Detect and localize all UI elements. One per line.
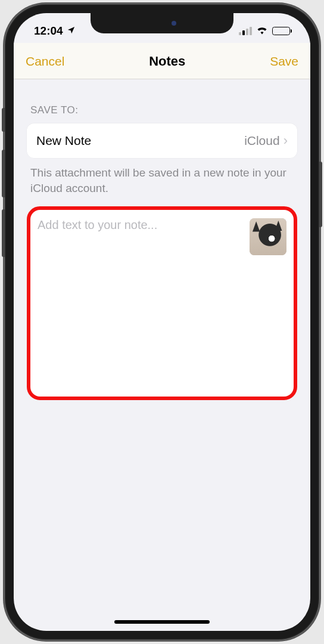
attachment-thumbnail[interactable]	[250, 218, 286, 255]
save-button[interactable]: Save	[270, 54, 298, 69]
location-services-icon	[67, 24, 76, 38]
cat-photo-icon	[250, 218, 286, 255]
content-area: SAVE TO: New Note iCloud › This attachme…	[14, 79, 310, 414]
wifi-icon	[256, 24, 268, 38]
status-time: 12:04	[34, 24, 63, 38]
destination-account: iCloud	[244, 134, 280, 148]
destination-title: New Note	[36, 134, 91, 148]
front-camera-icon	[172, 21, 176, 26]
volume-up-button	[2, 150, 5, 197]
cellular-signal-icon	[239, 27, 252, 35]
notch	[91, 13, 233, 33]
save-to-label: SAVE TO:	[30, 104, 294, 116]
screen: 12:04 Cancel Notes Save SAVE TO:	[14, 13, 310, 631]
mute-switch	[2, 108, 5, 132]
home-indicator[interactable]	[114, 620, 210, 624]
volume-down-button	[2, 209, 5, 257]
chevron-right-icon: ›	[284, 133, 288, 148]
navigation-bar: Cancel Notes Save	[14, 43, 310, 79]
note-placeholder: Add text to your note...	[38, 218, 157, 232]
cancel-button[interactable]: Cancel	[26, 54, 64, 69]
battery-icon	[272, 27, 290, 35]
power-button	[319, 162, 322, 227]
helper-text: This attachment will be saved in a new n…	[30, 165, 294, 196]
page-title: Notes	[149, 54, 185, 69]
phone-frame: 12:04 Cancel Notes Save SAVE TO:	[4, 4, 320, 640]
destination-row[interactable]: New Note iCloud ›	[27, 123, 297, 158]
note-text-area[interactable]: Add text to your note...	[27, 206, 297, 400]
